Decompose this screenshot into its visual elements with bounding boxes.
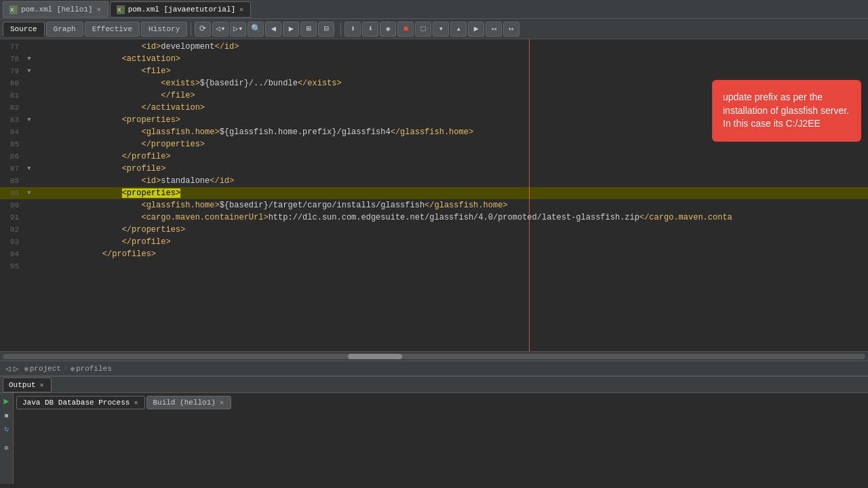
line-num-85: 85 (0, 140, 24, 148)
right-margin-line (529, 39, 530, 351)
editor-content[interactable]: 77 <id>development</id> 78 ▼ <activation… (0, 39, 868, 351)
svg-text:X: X (117, 7, 121, 13)
breadcrumb-project-icon: ◉ (24, 365, 28, 373)
horizontal-scrollbar[interactable] (0, 351, 868, 361)
btn-search[interactable]: 🔍 (248, 22, 264, 37)
breadcrumb-profiles-label: profiles (76, 365, 112, 373)
toolbar: Source Graph Effective History ⟳ ◁▾ ▷▾ 🔍… (0, 19, 868, 39)
breadcrumb-bar: ◁ ▷ ◉ project › ◉ profiles (0, 361, 868, 375)
output-sub-tab-close-build[interactable]: ✕ (218, 399, 225, 407)
btn-expand-right[interactable]: ↦ (503, 22, 519, 37)
breadcrumb-icon-left: ◁ (5, 363, 11, 374)
output-sub-tab-build[interactable]: Build (hello1) ✕ (146, 396, 231, 409)
fold-78: ▼ (24, 56, 34, 62)
line-num-79: 79 (0, 67, 24, 75)
btn-expand-left[interactable]: ↤ (486, 22, 502, 37)
svg-text:X: X (10, 7, 14, 13)
breadcrumb-project-label: project (30, 365, 61, 373)
line-num-89: 89 (0, 189, 24, 197)
tab-close-hello1[interactable]: ✕ (96, 5, 102, 14)
callout-tooltip: update prefix as per the installation of… (712, 80, 861, 142)
tab-pom-hello1[interactable]: X pom.xml [hello1] ✕ (3, 1, 108, 18)
toolbar-tab-graph[interactable]: Graph (46, 22, 83, 37)
line-num-88: 88 (0, 177, 24, 185)
breadcrumb-profiles[interactable]: ◉ profiles (71, 365, 112, 373)
tab-label-hello1: pom.xml [hello1] (21, 5, 93, 14)
breadcrumb-icon-right: ▷ (14, 363, 19, 374)
btn-forward[interactable]: ▷▾ (230, 22, 246, 37)
callout-text: update prefix as per the installation of… (723, 92, 849, 129)
btn-format[interactable]: ⊞ (300, 22, 317, 37)
btn-stop-output[interactable]: ◾ (1, 409, 12, 420)
line-num-86: 86 (0, 152, 24, 161)
btn-play[interactable]: ▶ (1, 396, 12, 407)
output-content: Java DB Database Process ✕ Build (hello1… (14, 393, 868, 484)
line-num-87: 87 (0, 165, 24, 173)
btn-up[interactable]: ⬆ (344, 22, 361, 37)
btn-stop[interactable]: ■ (397, 22, 414, 37)
breadcrumb-project[interactable]: ◉ project (24, 365, 61, 373)
scrollbar-track (3, 354, 865, 359)
toolbar-group-nav: ⟳ ◁▾ ▷▾ 🔍 ◀ ▶ ⊞ ⊟ (195, 22, 334, 37)
output-sub-tabs: Java DB Database Process ✕ Build (hello1… (16, 396, 865, 409)
toolbar-group-actions: ⬆ ⬇ ◈ ■ □ ▾ ▴ ▶ ↤ ↦ (344, 22, 519, 37)
output-sub-tab-close-java-db[interactable]: ✕ (132, 399, 139, 407)
tab-bar: X pom.xml [hello1] ✕ X pom.xml [javaeetu… (0, 0, 868, 19)
code-lines: 77 <id>development</id> 78 ▼ <activation… (0, 39, 868, 272)
line-num-77: 77 (0, 43, 24, 51)
bottom-tab-close-output[interactable]: ✕ (39, 381, 45, 389)
output-sub-tab-java-db-label: Java DB Database Process (22, 399, 130, 407)
btn-back[interactable]: ◁▾ (212, 22, 229, 37)
line-num-84: 84 (0, 128, 24, 136)
btn-arr-up[interactable]: ▴ (450, 22, 467, 37)
line-num-82: 82 (0, 104, 24, 112)
btn-arr-down[interactable]: ▾ (433, 22, 449, 37)
line-num-94: 94 (0, 250, 24, 258)
output-area: ▶ ◾ ↻ ⊗ Java DB Database Process ✕ Build… (0, 393, 868, 484)
editor-container: 77 <id>development</id> 78 ▼ <activation… (0, 39, 868, 361)
btn-mark[interactable]: ◈ (380, 22, 396, 37)
bottom-panel: Output ✕ ▶ ◾ ↻ ⊗ Java DB Database Proces… (0, 375, 868, 484)
btn-down[interactable]: ⬇ (362, 22, 378, 37)
breadcrumb-sep-1: › (64, 365, 68, 372)
line-num-80: 80 (0, 79, 24, 87)
btn-wrap[interactable]: ⊗ (1, 442, 12, 453)
scrollbar-thumb[interactable] (348, 354, 402, 359)
line-num-93: 93 (0, 238, 24, 246)
tab-label-javaee: pom.xml [javaeetutorial] (128, 5, 235, 14)
btn-grid[interactable]: ⊟ (318, 22, 334, 37)
toolbar-tab-effective[interactable]: Effective (85, 22, 140, 37)
breadcrumb-profiles-icon: ◉ (71, 365, 75, 373)
line-95: 95 (0, 260, 868, 272)
output-sidebar: ▶ ◾ ↻ ⊗ (0, 393, 14, 484)
btn-next[interactable]: ▶ (283, 22, 299, 37)
fold-87: ▼ (24, 165, 34, 172)
tab-pom-javaeetutorial[interactable]: X pom.xml [javaeetutorial] ✕ (110, 1, 251, 18)
line-num-95: 95 (0, 262, 24, 270)
bottom-tab-output[interactable]: Output ✕ (3, 378, 52, 392)
line-num-83: 83 (0, 116, 24, 124)
line-num-90: 90 (0, 201, 24, 209)
btn-rerun[interactable]: ↻ (1, 423, 12, 434)
tab-close-javaee[interactable]: ✕ (238, 5, 245, 14)
fold-89: ▼ (24, 190, 34, 197)
btn-arrow-right[interactable]: ▶ (468, 22, 484, 37)
separator-1 (191, 22, 191, 36)
output-sub-tab-java-db[interactable]: Java DB Database Process ✕ (16, 396, 145, 409)
bottom-tabs: Output ✕ (0, 377, 868, 393)
line-num-78: 78 (0, 55, 24, 63)
line-94: 94 </profiles> (0, 248, 868, 260)
fold-83: ▼ (24, 117, 34, 123)
fold-79: ▼ (24, 68, 34, 75)
line-num-91: 91 (0, 214, 24, 222)
line-num-81: 81 (0, 92, 24, 100)
toolbar-tab-history[interactable]: History (141, 22, 187, 37)
bottom-tab-output-label: Output (9, 381, 36, 389)
output-sub-tab-build-label: Build (hello1) (153, 399, 215, 407)
btn-prev[interactable]: ◀ (265, 22, 281, 37)
separator-2 (340, 22, 341, 36)
btn-rect[interactable]: □ (415, 22, 431, 37)
toolbar-tab-source[interactable]: Source (3, 22, 45, 37)
btn-refresh[interactable]: ⟳ (195, 22, 211, 37)
line-num-92: 92 (0, 226, 24, 234)
